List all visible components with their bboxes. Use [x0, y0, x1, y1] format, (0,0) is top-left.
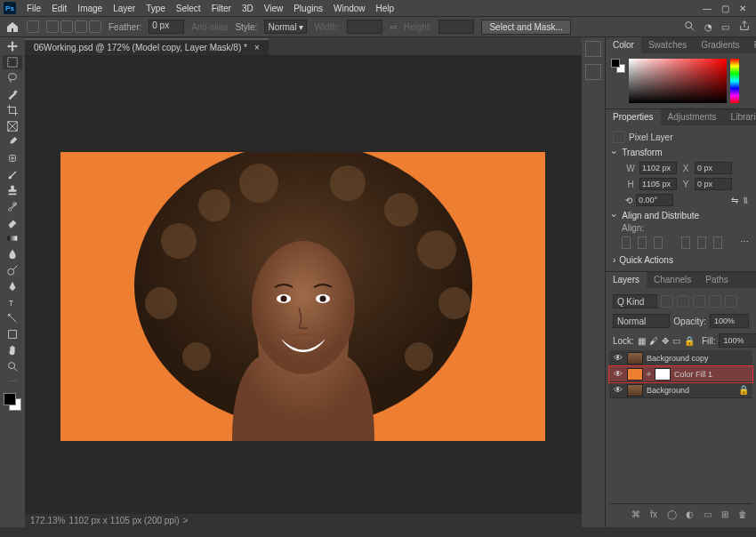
- filter-shape-icon[interactable]: [709, 295, 721, 308]
- stamp-tool[interactable]: [3, 183, 22, 197]
- mask-icon[interactable]: ◯: [665, 508, 678, 520]
- path-tool[interactable]: [3, 311, 22, 325]
- home-icon[interactable]: [5, 20, 20, 34]
- info-caret[interactable]: >: [182, 516, 188, 525]
- filter-smart-icon[interactable]: [725, 295, 737, 308]
- layer-item[interactable]: 👁 Background 🔒: [609, 382, 752, 398]
- lock-pos-icon[interactable]: ✥: [662, 336, 669, 346]
- align-left-icon[interactable]: [622, 236, 631, 249]
- fx-icon[interactable]: fx: [647, 508, 660, 520]
- crop-tool[interactable]: [3, 103, 22, 117]
- menu-3d[interactable]: 3D: [237, 4, 259, 13]
- canvas[interactable]: [60, 152, 545, 441]
- align-center-h-icon[interactable]: [638, 236, 647, 249]
- flip-h-icon[interactable]: ⇋: [731, 196, 738, 205]
- angle-field[interactable]: 0.00°: [636, 194, 673, 206]
- blur-tool[interactable]: [3, 247, 22, 261]
- link-layers-icon[interactable]: ⌘: [630, 508, 642, 520]
- delete-icon[interactable]: 🗑: [736, 508, 749, 520]
- gradient-tool[interactable]: [3, 231, 22, 245]
- filter-type-icon[interactable]: [693, 295, 705, 308]
- lock-paint-icon[interactable]: 🖌: [649, 336, 658, 346]
- menu-type[interactable]: Type: [141, 4, 171, 13]
- tool-preset-icon[interactable]: [27, 20, 39, 33]
- canvas-area[interactable]: 172.13% 1102 px x 1105 px (200 ppi) >: [25, 55, 582, 527]
- layer-name[interactable]: Background copy: [647, 354, 749, 363]
- eyedropper-tool[interactable]: [3, 135, 22, 149]
- tab-libraries[interactable]: Libraries: [724, 109, 756, 125]
- menu-file[interactable]: File: [21, 4, 46, 13]
- lasso-tool[interactable]: [3, 71, 22, 85]
- menu-filter[interactable]: Filter: [206, 4, 237, 13]
- width-field[interactable]: 1102 px: [639, 162, 677, 174]
- hand-tool[interactable]: [3, 343, 22, 357]
- doc-info[interactable]: 1102 px x 1105 px (200 ppi): [68, 516, 179, 525]
- blend-mode-dropdown[interactable]: Normal: [613, 314, 670, 328]
- fill-input[interactable]: 100%: [719, 333, 756, 348]
- feather-input[interactable]: 0 px: [149, 20, 184, 34]
- panel-icon[interactable]: [585, 41, 601, 57]
- menu-help[interactable]: Help: [371, 4, 400, 13]
- type-tool[interactable]: T: [3, 295, 22, 309]
- visibility-toggle[interactable]: 👁: [613, 369, 623, 380]
- shape-tool[interactable]: [3, 327, 22, 341]
- align-right-icon[interactable]: [654, 236, 663, 249]
- y-field[interactable]: 0 px: [695, 178, 732, 190]
- align-top-icon[interactable]: [681, 236, 690, 249]
- align-bottom-icon[interactable]: [713, 236, 722, 249]
- color-field[interactable]: [629, 59, 727, 103]
- heal-tool[interactable]: [3, 151, 22, 165]
- hue-slider[interactable]: [730, 59, 739, 103]
- fill-thumbnail[interactable]: [627, 368, 643, 381]
- flip-v-icon[interactable]: ⥮: [742, 196, 749, 205]
- share-icon[interactable]: [738, 20, 751, 34]
- tab-layers[interactable]: Layers: [606, 272, 647, 288]
- layer-name[interactable]: Background: [647, 386, 735, 395]
- panel-fgbg-swatch[interactable]: [611, 59, 625, 73]
- menu-view[interactable]: View: [259, 4, 289, 13]
- pen-tool[interactable]: [3, 279, 22, 293]
- panel-icon[interactable]: [585, 64, 601, 80]
- menu-edit[interactable]: Edit: [46, 4, 72, 13]
- workspace-icon[interactable]: ▭: [721, 22, 729, 32]
- menu-select[interactable]: Select: [171, 4, 206, 13]
- align-header[interactable]: Align and Distribute: [613, 208, 749, 223]
- layer-item[interactable]: 👁 Background copy: [609, 350, 752, 366]
- add-selection-icon[interactable]: [60, 20, 73, 33]
- frame-tool[interactable]: [3, 119, 22, 133]
- filter-adjust-icon[interactable]: [677, 295, 689, 308]
- x-field[interactable]: 0 px: [695, 162, 732, 174]
- style-dropdown[interactable]: Normal ▾: [264, 20, 307, 34]
- minimize-button[interactable]: —: [703, 4, 712, 12]
- zoom-level[interactable]: 172.13%: [30, 516, 65, 525]
- close-button[interactable]: ✕: [738, 4, 747, 12]
- search-icon[interactable]: [683, 20, 696, 34]
- transform-header[interactable]: Transform: [613, 145, 749, 160]
- layer-thumbnail[interactable]: [627, 352, 643, 365]
- dodge-tool[interactable]: [3, 263, 22, 277]
- adjustment-icon[interactable]: ◐: [683, 508, 696, 520]
- layer-item-selected[interactable]: 👁 ⎆ Color Fill 1: [609, 366, 752, 382]
- menu-layer[interactable]: Layer: [108, 4, 141, 13]
- layer-thumbnail[interactable]: [627, 384, 643, 397]
- zoom-tool[interactable]: [3, 359, 22, 373]
- edit-toolbar[interactable]: ⋯: [9, 377, 17, 386]
- tab-adjustments[interactable]: Adjustments: [661, 109, 724, 125]
- mask-thumbnail[interactable]: [655, 368, 671, 381]
- new-selection-icon[interactable]: [46, 20, 59, 33]
- visibility-toggle[interactable]: 👁: [613, 353, 623, 364]
- new-layer-icon[interactable]: ⊞: [719, 508, 731, 520]
- group-icon[interactable]: ▭: [701, 508, 713, 520]
- opacity-input[interactable]: 100%: [710, 314, 749, 328]
- menu-window[interactable]: Window: [328, 4, 371, 13]
- eraser-tool[interactable]: [3, 215, 22, 229]
- document-tab[interactable]: 06Working.psd @ 172% (Model copy, Layer …: [25, 38, 269, 55]
- tab-paths[interactable]: Paths: [698, 272, 736, 288]
- height-field[interactable]: 1105 px: [639, 178, 677, 190]
- more-align-icon[interactable]: ⋯: [740, 236, 749, 249]
- tab-channels[interactable]: Channels: [647, 272, 698, 288]
- tab-gradients[interactable]: Gradients: [694, 37, 746, 53]
- close-tab-icon[interactable]: ×: [254, 43, 260, 52]
- cloud-icon[interactable]: ◔: [704, 22, 712, 32]
- subtract-selection-icon[interactable]: [75, 20, 87, 33]
